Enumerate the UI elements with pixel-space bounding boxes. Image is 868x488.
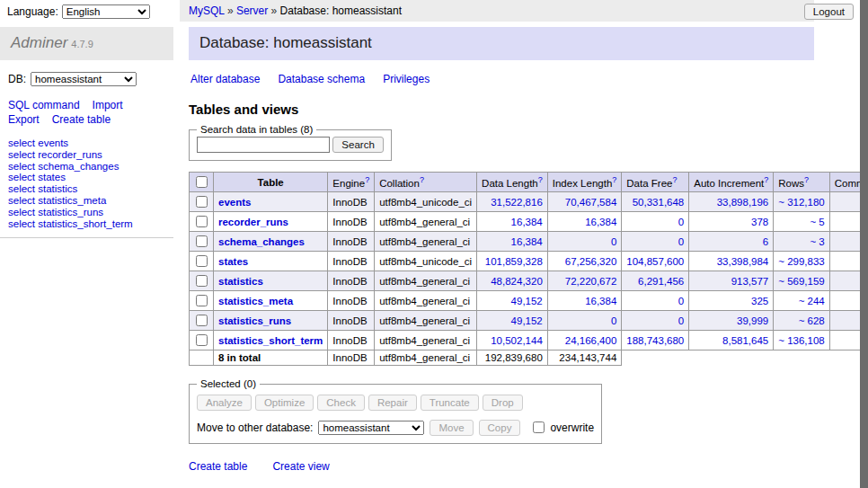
- logout-button[interactable]: Logout: [804, 4, 854, 20]
- rows-link[interactable]: ~ 136,108: [778, 335, 824, 346]
- data-free-link[interactable]: 0: [678, 236, 684, 247]
- table-name-link[interactable]: states: [218, 256, 248, 267]
- copy-button[interactable]: Copy: [479, 420, 521, 436]
- sidebar-action-link[interactable]: Export: [8, 113, 40, 126]
- scrollbar-thumb[interactable]: [860, 0, 868, 488]
- row-checkbox[interactable]: [196, 334, 208, 346]
- rows-link[interactable]: ~ 244: [799, 296, 825, 306]
- data-length-link[interactable]: 49,152: [511, 296, 543, 306]
- data-length-link[interactable]: 101,859,328: [485, 256, 543, 267]
- auto-increment-link[interactable]: 8,581,645: [722, 335, 768, 346]
- index-length-link[interactable]: 16,384: [585, 296, 616, 306]
- auto-increment-link[interactable]: 378: [751, 217, 768, 227]
- rows-link[interactable]: ~ 5: [810, 217, 824, 227]
- auto-increment-link[interactable]: 33,898,196: [717, 197, 769, 208]
- table-name-link[interactable]: statistics_runs: [218, 315, 291, 326]
- breadcrumb-link[interactable]: MySQL: [189, 4, 225, 17]
- db-nav-link[interactable]: Privileges: [383, 73, 430, 85]
- sidebar-table-link[interactable]: select statistics_runs: [8, 207, 173, 218]
- help-link[interactable]: ?: [365, 175, 369, 184]
- create-link[interactable]: Create view: [272, 460, 329, 473]
- rows-link[interactable]: ~ 628: [799, 315, 825, 326]
- index-length-link[interactable]: 70,467,584: [565, 197, 617, 208]
- rows-link[interactable]: ~ 299,833: [778, 256, 824, 267]
- auto-increment-link[interactable]: 325: [751, 296, 768, 306]
- help-link[interactable]: ?: [612, 175, 616, 184]
- row-checkbox[interactable]: [196, 235, 208, 247]
- index-length-link[interactable]: 0: [611, 236, 616, 247]
- data-length-link[interactable]: 48,824,320: [491, 276, 543, 287]
- data-length-link[interactable]: 16,384: [511, 217, 543, 227]
- table-name-link[interactable]: recorder_runs: [218, 217, 288, 227]
- auto-increment-link[interactable]: 33,398,984: [717, 256, 769, 267]
- data-length-link[interactable]: 49,152: [511, 315, 543, 326]
- data-length-link[interactable]: 31,522,816: [491, 197, 543, 208]
- data-free-link[interactable]: 0: [678, 296, 684, 306]
- rows-link[interactable]: ~ 3: [810, 236, 824, 247]
- selected-action-button-drop[interactable]: Drop: [483, 395, 523, 411]
- overwrite-checkbox[interactable]: [533, 421, 545, 433]
- selected-action-button-check[interactable]: Check: [317, 395, 365, 411]
- sidebar-action-link[interactable]: Create table: [52, 113, 111, 126]
- row-checkbox[interactable]: [196, 216, 208, 227]
- sidebar-table-link[interactable]: select events: [8, 138, 173, 149]
- selected-action-button-optimize[interactable]: Optimize: [255, 395, 314, 411]
- rows-link[interactable]: ~ 312,180: [778, 197, 824, 208]
- index-length-link[interactable]: 72,220,672: [565, 276, 617, 287]
- help-link[interactable]: ?: [420, 175, 424, 184]
- selected-action-button-repair[interactable]: Repair: [368, 395, 417, 411]
- table-name-link[interactable]: statistics: [218, 276, 263, 287]
- selected-action-button-analyze[interactable]: Analyze: [197, 395, 252, 411]
- data-free-link[interactable]: 0: [678, 217, 684, 227]
- index-length-link[interactable]: 16,384: [585, 217, 616, 227]
- search-input[interactable]: [197, 137, 330, 153]
- auto-increment-link[interactable]: 6: [763, 236, 768, 247]
- table-name-link[interactable]: events: [218, 197, 251, 208]
- move-db-select[interactable]: homeassistant: [318, 421, 424, 435]
- data-length-link[interactable]: 10,502,144: [491, 335, 543, 346]
- rows-link[interactable]: ~ 569,159: [778, 276, 824, 287]
- help-link[interactable]: ?: [804, 175, 809, 184]
- db-select[interactable]: homeassistant: [31, 72, 137, 86]
- data-free-link[interactable]: 50,331,648: [633, 197, 685, 208]
- data-free-link[interactable]: 188,743,680: [626, 335, 684, 346]
- breadcrumb-link[interactable]: Server: [236, 4, 268, 17]
- sidebar-action-link[interactable]: SQL command: [8, 99, 80, 111]
- index-length-link[interactable]: 0: [611, 315, 616, 326]
- table-name-link[interactable]: statistics_short_term: [218, 335, 323, 346]
- select-all-checkbox[interactable]: [196, 176, 208, 188]
- data-free-link[interactable]: 104,857,600: [626, 256, 684, 267]
- data-free-link[interactable]: 6,291,456: [638, 276, 684, 287]
- table-name-link[interactable]: statistics_meta: [218, 296, 293, 306]
- sidebar-table-link[interactable]: select statistics: [8, 183, 173, 195]
- sidebar-table-link[interactable]: select statistics_short_term: [8, 218, 173, 230]
- row-checkbox[interactable]: [196, 255, 208, 267]
- sidebar-table-link[interactable]: select schema_changes: [8, 161, 173, 173]
- table-name-link[interactable]: schema_changes: [218, 236, 305, 247]
- help-link[interactable]: ?: [538, 175, 543, 184]
- scrollbar[interactable]: [860, 0, 868, 488]
- move-button[interactable]: Move: [430, 420, 473, 436]
- data-length-link[interactable]: 16,384: [511, 236, 543, 247]
- db-nav-link[interactable]: Database schema: [278, 73, 365, 85]
- row-checkbox[interactable]: [196, 315, 208, 326]
- sidebar-table-link[interactable]: select recorder_runs: [8, 149, 173, 161]
- sidebar-table-link[interactable]: select statistics_meta: [8, 195, 173, 207]
- help-link[interactable]: ?: [672, 175, 677, 184]
- auto-increment-link[interactable]: 913,577: [731, 276, 769, 287]
- overwrite-control[interactable]: overwrite: [529, 419, 594, 436]
- row-checkbox[interactable]: [196, 196, 208, 208]
- sidebar-action-link[interactable]: Import: [93, 99, 123, 111]
- sidebar-table-link[interactable]: select states: [8, 172, 173, 183]
- index-length-link[interactable]: 24,166,400: [565, 335, 617, 346]
- data-free-link[interactable]: 0: [678, 315, 684, 326]
- auto-increment-link[interactable]: 39,999: [737, 315, 768, 326]
- selected-action-button-truncate[interactable]: Truncate: [421, 395, 479, 411]
- language-select[interactable]: English: [62, 4, 150, 19]
- index-length-link[interactable]: 67,256,320: [565, 256, 617, 267]
- row-checkbox[interactable]: [196, 275, 208, 287]
- db-nav-link[interactable]: Alter database: [190, 73, 260, 85]
- search-button[interactable]: Search: [332, 137, 383, 153]
- create-link[interactable]: Create table: [189, 460, 247, 473]
- row-checkbox[interactable]: [196, 295, 208, 306]
